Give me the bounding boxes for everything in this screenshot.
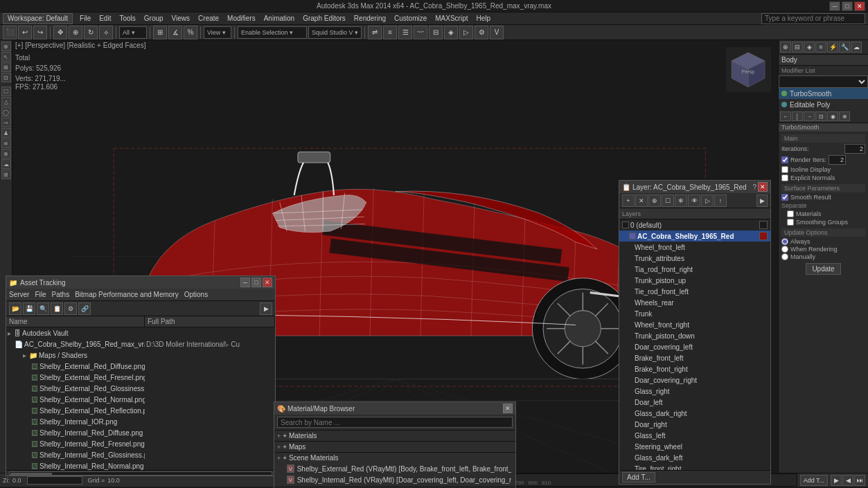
lw-row-brake-fr[interactable]: Brake_front_right [619,363,770,374]
at-row-vault[interactable]: ▸ 🗄 Autodesk Vault [6,327,275,338]
schematic-btn[interactable]: ⊟ [429,26,443,39]
at-row-img-2[interactable]: 🖼 Shelby_External_Red_Glossiness.png [6,383,275,394]
lw-row-doar-cov-r[interactable]: Doar_covering_right [619,374,770,386]
mod-prop-icon-4[interactable]: ⊡ [815,111,826,121]
at-maximize-btn[interactable]: □ [251,278,261,287]
lw-btn-hide[interactable]: 👁 [688,195,700,207]
left-btn-6[interactable]: △ [1,97,11,107]
mb-item-0[interactable]: V Shelby_External_Red (VRayMtl) [Body, B… [285,463,513,474]
left-btn-13[interactable]: ⊞ [1,170,11,179]
lw-add-t-button[interactable]: Add T... [622,472,655,482]
toolbar-icon-2[interactable]: ↩ [18,26,32,39]
nav-next-btn[interactable]: ⏭ [854,475,865,486]
lw-row-doar-cov-l[interactable]: Doar_covering_left [619,341,770,352]
left-btn-3[interactable]: ⊞ [1,62,11,72]
menu-edit[interactable]: Edit [99,15,111,22]
rp-icon-6[interactable]: 🔧 [839,42,850,53]
workspace-selector[interactable]: Workspace: Default [3,13,73,24]
at-row-img-6[interactable]: 🖼 Shelby_Internal_Red_Diffuse.png [6,427,275,438]
rp-icon-1[interactable]: ⊕ [780,42,791,53]
nav-prev-btn[interactable]: ◀ [842,475,853,486]
at-row-img-3[interactable]: 🖼 Shelby_External_Red_Normal.png [6,394,275,405]
rp-icon-7[interactable]: ☁ [851,42,862,53]
left-btn-9[interactable]: ♟ [1,128,11,138]
named-selection[interactable]: Squid Studio V ▾ [308,26,362,39]
at-menu-file[interactable]: File [35,291,46,298]
at-content-area[interactable]: ▸ 🗄 Autodesk Vault 📄 AC_Cobra_Shelby_196… [6,327,275,470]
manually-radio[interactable] [781,253,788,260]
modifier-turbosmooth[interactable]: TurboSmooth [779,88,868,99]
lw-row-doar-r[interactable]: Doar_right [619,419,770,430]
rp-icon-5[interactable]: ⚡ [827,42,838,53]
toolbar-icon-1[interactable]: ⬛ [3,26,17,39]
at-tool-4[interactable]: 📋 [51,302,63,315]
scale-btn[interactable]: ⟡ [99,26,113,39]
menu-customize[interactable]: Customize [394,15,427,22]
at-row-img-9[interactable]: 🖼 Shelby_Internal_Red_Normal.png [6,460,275,470]
mod-prop-icon-1[interactable]: ← [780,111,791,121]
at-row-img-1[interactable]: 🖼 Shelby_External_Red_Fresnel.png [6,372,275,383]
add-time-button[interactable]: Add T... [800,475,828,486]
at-row-img-4[interactable]: 🖼 Shelby_External_Red_Reflection.png [6,405,275,416]
left-btn-11[interactable]: ⊕ [1,149,11,159]
menu-group[interactable]: Group [144,15,163,22]
angle-btn[interactable]: ∡ [168,26,182,39]
menu-create[interactable]: Create [198,15,219,22]
render-iters-checkbox[interactable] [781,156,788,163]
left-btn-12[interactable]: ☁ [1,159,11,169]
render-setup-btn[interactable]: ⚙ [475,26,488,39]
mb-close-btn[interactable]: ✕ [503,404,513,413]
rp-icon-2[interactable]: ⊟ [792,42,803,53]
lw-row-glass-l[interactable]: Glass_left [619,430,770,441]
lw-row-glass-r[interactable]: Glass_right [619,386,770,397]
lw-close-btn[interactable]: ✕ [758,182,768,192]
curve-btn[interactable]: 〰 [414,26,427,39]
lw-question-mark[interactable]: ? [752,183,756,191]
at-row-maps-folder[interactable]: ▸ 📁 Maps / Shaders [6,350,275,361]
render-btn[interactable]: ▷ [459,26,473,39]
lw-btn-delete[interactable]: ✕ [635,195,648,207]
at-scrollbar[interactable] [6,470,275,476]
lw-btn-move[interactable]: ↑ [714,195,727,207]
view-dropdown[interactable]: View ▾ [204,26,231,39]
lw-content-area[interactable]: 0 (default) AC_Cobra_Shelby_1965_Red Whe… [619,219,770,470]
mod-prop-icon-3[interactable]: → [804,111,815,121]
lw-row-steering[interactable]: Steering_wheel [619,441,770,452]
mb-section-materials[interactable]: + + Materials [274,431,515,442]
rotate-btn[interactable]: ↻ [84,26,98,39]
lw-row-glass-dark-l[interactable]: Glass_dark_left [619,452,770,463]
lw-row-wheel-fr[interactable]: Wheel_front_right [619,319,770,330]
modifier-list-dropdown[interactable] [779,75,868,88]
at-row-img-7[interactable]: 🖼 Shelby_Internal_Red_Fresnel.png [6,438,275,449]
search-input[interactable] [761,13,865,24]
lw-row-trunk-down[interactable]: Trunk_piston_down [619,330,770,341]
at-menu-bitmap[interactable]: Bitmap Performance and Memory [75,291,179,298]
menu-graph-editors[interactable]: Graph Editors [303,15,346,22]
left-btn-5[interactable]: ☐ [1,87,11,96]
lw-btn-add[interactable]: ⊕ [648,195,661,207]
at-tool-5[interactable]: ⚙ [64,302,77,315]
menu-tools[interactable]: Tools [119,15,135,22]
align-btn[interactable]: ≡ [383,26,397,39]
layer-dropdown[interactable]: All ▾ [119,26,147,39]
snap-btn[interactable]: ⊞ [153,26,167,39]
at-close-btn[interactable]: ✕ [263,278,272,287]
render-iters-input[interactable] [829,155,846,165]
modifier-editpoly[interactable]: Editable Poly [779,99,868,110]
at-row-img-0[interactable]: 🖼 Shelby_External_Red_Diffuse.png [6,361,275,372]
lw-btn-freeze[interactable]: ❄ [675,195,687,207]
mb-section-maps[interactable]: + + Maps [274,442,515,453]
at-tool-2[interactable]: 💾 [23,302,35,315]
lw-btn-new[interactable]: + [622,195,635,207]
left-btn-10[interactable]: ≋ [1,138,11,148]
toolbar-icon-3[interactable]: ↪ [33,26,47,39]
mod-prop-icon-2[interactable]: │ [792,111,803,121]
mb-item-1[interactable]: V Shelby_Internal_Red (VRayMtl) [Doar_co… [285,474,513,485]
nav-play-btn[interactable]: ▶ [831,475,842,486]
lw-row-trunk-attr[interactable]: Trunk_attributes [619,253,770,264]
maximize-btn[interactable]: □ [842,1,853,11]
lw-row-tia-rod[interactable]: Tia_rod_front_right [619,264,770,275]
isoline-display-checkbox[interactable] [781,166,788,173]
at-menu-options[interactable]: Options [184,291,208,298]
layer-mgr-btn[interactable]: ☰ [398,26,412,39]
